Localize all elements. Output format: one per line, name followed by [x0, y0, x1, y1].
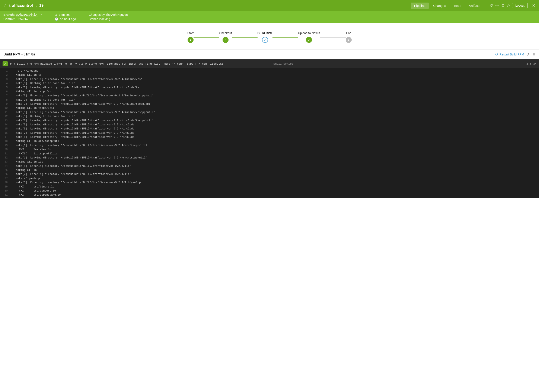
log-command: # Build the RPM package ./pkg -o -b -v a… [14, 62, 268, 66]
line-content: Making all in tscpp/api [11, 90, 53, 94]
line-content: make[2]: Entering directory '/rpmbuilddi… [11, 172, 131, 176]
header: ✓ trafficcontrol ‹ 19 Pipeline Changes T… [0, 0, 539, 11]
log-line: 12 make[3]: Nothing to be done for 'all'… [0, 115, 539, 119]
line-number: 15 [3, 127, 11, 131]
step-start-node[interactable]: ● [188, 37, 193, 43]
line-number: 24 [3, 164, 11, 168]
step-checkout-icon: ✓ [224, 38, 227, 42]
changes-by: Changes by The Anh Nguyen [89, 13, 128, 16]
log-line: 21 CXXLD libtscpputil.la [0, 152, 539, 156]
branch-value[interactable]: update/ats-9.2.4 [16, 13, 38, 16]
line-upload-end [320, 37, 346, 38]
duration-row: ⊙ 34m 49s [55, 13, 76, 16]
line-content: CXXLD libtscpputil.la [11, 152, 58, 156]
line-content: make[3]: Leaving directory '/rpmbuilddir… [11, 119, 154, 123]
time-ago-value: an hour ago [60, 17, 76, 21]
settings-icon[interactable]: ⚙ [501, 3, 505, 8]
line-number: 31 [3, 193, 11, 197]
duration-value: 34m 49s [59, 13, 70, 16]
log-body: 1 -9.2.4/include'2 Making all in ts3 mak… [0, 68, 539, 198]
check-icon: ✓ [3, 3, 7, 8]
line-content: Making all in src/tscpp/util [11, 139, 61, 143]
line-content: make[2]: Leaving directory '/rpmbuilddir… [11, 131, 136, 135]
line-number: 17 [3, 135, 11, 139]
line-number: 16 [3, 131, 11, 135]
edit-icon[interactable]: ✏ [496, 3, 499, 8]
log-line: 26 make[2]: Entering directory '/rpmbuil… [0, 172, 539, 176]
logout-button[interactable]: Logout [512, 3, 528, 8]
line-content: Making all in ts [11, 73, 42, 77]
step-start-icon: ● [189, 38, 191, 42]
line-number: 27 [3, 177, 11, 181]
log-cmd-type: — Shell Script [270, 62, 525, 66]
line-number: 18 [3, 139, 11, 143]
log-line: 11 make[3]: Entering directory '/rpmbuil… [0, 110, 539, 115]
log-line: 20 CXX TextView.lo [0, 148, 539, 152]
step-start-label: Start [187, 31, 194, 35]
line-content: make[3]: Nothing to be done for 'all'. [11, 81, 77, 86]
log-line: 29 CXX src/binary.lo [0, 185, 539, 189]
restart-icon: ↺ [495, 52, 498, 57]
external-link-icon[interactable]: ↗ [527, 52, 530, 57]
section-actions: ↺ Restart Build RPM ↗ ⬇ [495, 52, 536, 57]
line-content: CXX src/convert.lo [11, 189, 56, 193]
step-end-node[interactable]: ● [346, 37, 352, 43]
line-number: 8 [3, 98, 11, 102]
step-upload-node[interactable]: ✓ [306, 37, 312, 43]
line-number: 1 [3, 69, 11, 73]
log-line: 1 -9.2.4/include' [0, 69, 539, 73]
restart-button[interactable]: ↺ Restart Build RPM [495, 52, 524, 57]
build-number: 19 [39, 3, 43, 8]
line-content: Making all in . [11, 168, 40, 172]
time-row: 🕐 an hour ago [55, 17, 76, 21]
line-number: 25 [3, 168, 11, 172]
log-line: 8 make[3]: Nothing to be done for 'all'. [0, 98, 539, 102]
pipeline-step-end: End ● [346, 31, 352, 43]
step-checkout-node[interactable]: ✓ [222, 37, 229, 43]
pipeline-step-upload: Upload to Nexus ✓ [298, 31, 320, 43]
header-separator: ‹ [35, 3, 37, 8]
line-content: CXX src/depthguard.lo [11, 193, 61, 197]
line-content: -9.2.4/include' [11, 69, 40, 73]
log-line: 15 make[3]: Leaving directory '/rpmbuild… [0, 127, 539, 131]
line-content: make[3]: Leaving directory '/rpmbuilddir… [11, 127, 136, 131]
close-icon[interactable]: ✕ [532, 3, 536, 8]
line-number: 6 [3, 90, 11, 94]
log-line: 27 make -C yamlcpp [0, 177, 539, 181]
tab-changes[interactable]: Changes [430, 3, 449, 9]
step-build-node[interactable]: ✓ [262, 37, 268, 43]
log-line: 22 make[1]: Leaving directory '/rpmbuild… [0, 156, 539, 160]
line-content: make[3]: Nothing to be done for 'all'. [11, 98, 77, 102]
line-content: make[1]: Leaving directory '/rpmbuilddir… [11, 135, 136, 139]
log-line: 19 make[1]: Entering directory '/rpmbuil… [0, 143, 539, 148]
tab-pipeline[interactable]: Pipeline [411, 3, 429, 9]
line-content: make[3]: Nothing to be done for 'all'. [11, 115, 77, 119]
external-link-icon[interactable]: ↗ [40, 13, 42, 16]
line-number: 20 [3, 148, 11, 152]
line-checkout-build [232, 37, 258, 38]
log-status-check: ✓ [3, 61, 8, 66]
line-content: make[1]: Leaving directory '/rpmbuilddir… [11, 156, 147, 160]
line-number: 23 [3, 160, 11, 164]
restart-label: Restart Build RPM [500, 53, 524, 56]
tab-artifacts[interactable]: Artifacts [465, 3, 484, 9]
exit-icon[interactable]: ⎋ [507, 3, 510, 8]
sub-header-left: Branch: update/ats-9.2.4 ↗ Commit: 35523… [3, 13, 42, 21]
download-icon[interactable]: ⬇ [532, 52, 536, 57]
log-line: 17 make[1]: Leaving directory '/rpmbuild… [0, 135, 539, 139]
tab-tests[interactable]: Tests [450, 3, 465, 9]
refresh-icon[interactable]: ↺ [490, 3, 493, 8]
log-line: 4 make[3]: Nothing to be done for 'all'. [0, 81, 539, 86]
line-number: 29 [3, 185, 11, 189]
commit-label: Commit: [3, 17, 16, 21]
log-line: 16 make[2]: Leaving directory '/rpmbuild… [0, 131, 539, 135]
line-number: 3 [3, 77, 11, 81]
log-expand-icon[interactable]: ▾ [10, 62, 11, 66]
sub-header-right: Changes by The Anh Nguyen Branch indexin… [85, 13, 128, 21]
pipeline-step-checkout: Checkout ✓ [219, 31, 232, 43]
line-number: 26 [3, 172, 11, 176]
clock-icon: 🕐 [55, 17, 58, 21]
line-content: make[3]: Entering directory '/rpmbuilddi… [11, 94, 154, 98]
line-content: make[3]: Entering directory '/rpmbuilddi… [11, 110, 155, 115]
log-line: 30 CXX src/convert.lo [0, 189, 539, 193]
